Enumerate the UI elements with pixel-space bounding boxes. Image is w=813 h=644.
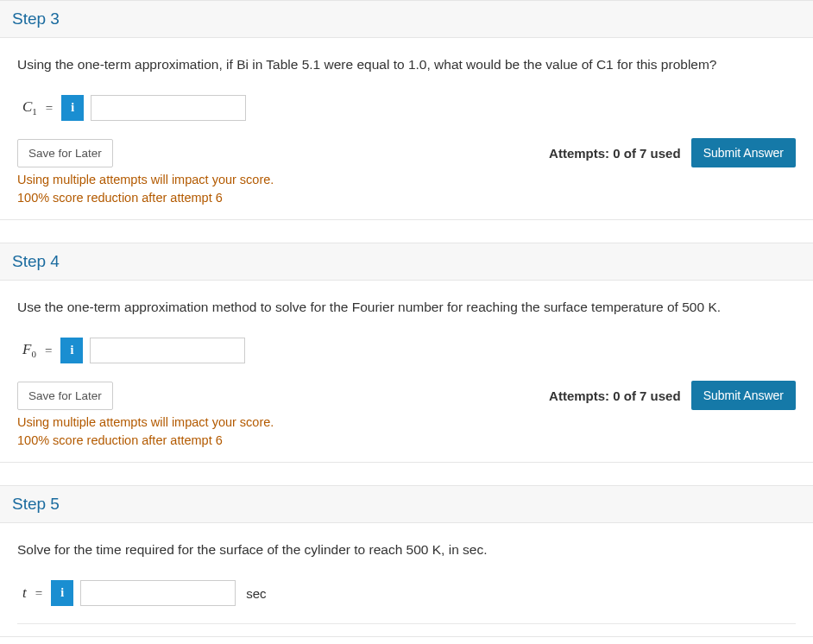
action-row: Save for Later Attempts: 0 of 7 used Sub…: [17, 381, 796, 410]
question-prompt: Using the one-term approximation, if Bi …: [17, 57, 796, 73]
save-for-later-button[interactable]: Save for Later: [17, 139, 113, 167]
step-3: Step 3 Using the one-term approximation,…: [0, 0, 813, 220]
submit-answer-button[interactable]: Submit Answer: [691, 138, 796, 167]
warn-line-1: Using multiple attempts will impact your…: [17, 415, 274, 429]
step-header: Step 3: [0, 0, 813, 38]
question-prompt: Solve for the time required for the surf…: [17, 542, 796, 558]
answer-input[interactable]: [80, 580, 236, 606]
equals-sign: =: [45, 344, 52, 358]
step-4: Step 4 Use the one-term approximation me…: [0, 243, 813, 463]
variable-label: F0: [22, 341, 36, 359]
save-for-later-button[interactable]: Save for Later: [17, 382, 113, 410]
equals-sign: =: [46, 101, 53, 116]
warn-line-2: 100% score reduction after attempt 6: [17, 191, 223, 205]
answer-input[interactable]: [90, 338, 245, 363]
variable-label: t: [22, 584, 27, 602]
step-title: Step 3: [12, 9, 801, 28]
info-icon[interactable]: i: [51, 580, 73, 606]
answer-row: C1 = i: [22, 95, 796, 121]
answer-row: F0 = i: [22, 338, 796, 363]
step-5: Step 5 Solve for the time required for t…: [0, 485, 813, 637]
answer-row: t = i sec: [22, 580, 796, 606]
unit-label: sec: [246, 586, 266, 601]
attempts-wrap: Attempts: 0 of 7 used Submit Answer: [549, 381, 796, 410]
variable-label: C1: [22, 98, 37, 117]
info-icon[interactable]: i: [60, 338, 83, 363]
step-body: Use the one-term approximation method to…: [0, 281, 813, 462]
warn-line-2: 100% score reduction after attempt 6: [17, 433, 223, 447]
step-body: Using the one-term approximation, if Bi …: [0, 38, 813, 219]
submit-answer-button[interactable]: Submit Answer: [691, 381, 796, 410]
action-row: Save for Later Attempts: 0 of 7 used Sub…: [17, 138, 796, 167]
attempts-text: Attempts: 0 of 7 used: [549, 388, 681, 403]
equals-sign: =: [35, 586, 42, 601]
step-header: Step 5: [0, 485, 813, 523]
warn-line-1: Using multiple attempts will impact your…: [17, 173, 274, 186]
question-prompt: Use the one-term approximation method to…: [17, 300, 796, 315]
divider: [17, 623, 796, 624]
attempts-wrap: Attempts: 0 of 7 used Submit Answer: [549, 138, 796, 167]
info-icon[interactable]: i: [61, 95, 84, 121]
step-body: Solve for the time required for the surf…: [0, 523, 813, 636]
step-title: Step 5: [12, 495, 801, 514]
score-warning: Using multiple attempts will impact your…: [17, 171, 796, 207]
score-warning: Using multiple attempts will impact your…: [17, 414, 796, 450]
answer-input[interactable]: [91, 95, 246, 121]
step-header: Step 4: [0, 243, 813, 281]
attempts-text: Attempts: 0 of 7 used: [549, 146, 681, 161]
step-title: Step 4: [12, 252, 801, 271]
